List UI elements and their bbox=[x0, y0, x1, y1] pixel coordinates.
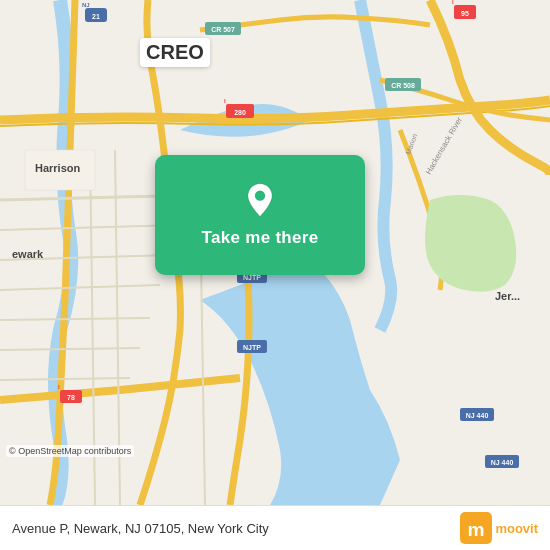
location-pin-icon bbox=[242, 182, 278, 218]
svg-text:Jer...: Jer... bbox=[495, 290, 520, 302]
svg-text:21: 21 bbox=[92, 13, 100, 20]
svg-text:CR 508: CR 508 bbox=[391, 82, 415, 89]
bottom-bar: Avenue P, Newark, NJ 07105, New York Cit… bbox=[0, 505, 550, 550]
svg-text:95: 95 bbox=[461, 10, 469, 17]
svg-text:78: 78 bbox=[67, 394, 75, 401]
action-card: Take me there bbox=[155, 155, 365, 275]
address-text: Avenue P, Newark, NJ 07105, New York Cit… bbox=[12, 521, 269, 536]
moovit-logo-icon: m bbox=[460, 512, 492, 544]
svg-text:NJ 440: NJ 440 bbox=[491, 459, 514, 466]
svg-text:NJTP: NJTP bbox=[243, 274, 261, 281]
moovit-text: moovit bbox=[495, 521, 538, 536]
take-me-there-button[interactable]: Take me there bbox=[202, 228, 319, 248]
svg-text:m: m bbox=[468, 519, 485, 540]
svg-point-41 bbox=[255, 191, 265, 201]
svg-text:ewark: ewark bbox=[12, 248, 44, 260]
svg-text:NJ: NJ bbox=[82, 2, 90, 8]
svg-text:Harrison: Harrison bbox=[35, 162, 81, 174]
moovit-logo: m moovit bbox=[460, 512, 538, 544]
map-container: 21 NJ 280 I 95 I CR 507 CR 508 NJTP NJTP… bbox=[0, 0, 550, 505]
svg-text:280: 280 bbox=[234, 109, 246, 116]
svg-text:CR 507: CR 507 bbox=[211, 26, 235, 33]
svg-text:NJTP: NJTP bbox=[243, 344, 261, 351]
osm-attribution: © OpenStreetMap contributors bbox=[6, 445, 134, 457]
creo-logo: CREO bbox=[140, 38, 210, 67]
svg-text:NJ 440: NJ 440 bbox=[466, 412, 489, 419]
